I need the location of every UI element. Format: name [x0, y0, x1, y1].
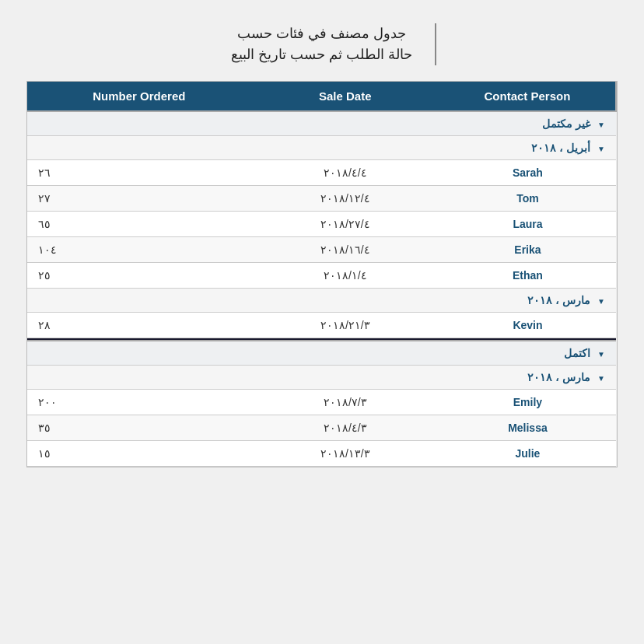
cell-contact-person: Tom: [439, 186, 616, 212]
sub-group-label: أبريل ، ٢٠١٨: [531, 142, 590, 154]
cell-sale-date: ٢٠١٨/٢٧/٤: [251, 212, 439, 237]
cell-number-ordered: ٣٥: [27, 415, 251, 440]
triangle-icon: ▼: [597, 297, 605, 306]
table-row: ٢٦ ٢٠١٨/٤/٤ Sarah: [27, 160, 616, 186]
table-row: ١٥ ٢٠١٨/١٣/٣ Julie: [27, 440, 616, 466]
sub-group-header-row: ▼ مارس ، ٢٠١٨: [27, 289, 616, 313]
triangle-icon: ▼: [597, 121, 605, 129]
cell-number-ordered: ١٥: [27, 440, 251, 466]
table-row: ٣٥ ٢٠١٨/٤/٣ Melissa: [27, 415, 616, 440]
cell-contact-person: Melissa: [439, 415, 616, 440]
cell-sale-date: ٢٠١٨/٢١/٣: [251, 313, 439, 338]
cell-number-ordered: ٢٠٠: [27, 389, 251, 415]
table-row: ٢٥ ٢٠١٨/١/٤ Ethan: [27, 263, 616, 289]
cell-contact-person: Sarah: [439, 160, 616, 186]
cell-sale-date: ٢٠١٨/٤/٣: [251, 415, 439, 440]
cell-number-ordered: ١٠٤: [27, 237, 251, 263]
cell-number-ordered: ٦٥: [27, 212, 251, 237]
annotation-line: [435, 23, 436, 65]
header-number-ordered: Number Ordered: [27, 82, 251, 111]
cell-sale-date: ٢٠١٨/١٢/٤: [251, 186, 439, 212]
triangle-icon: ▼: [597, 350, 605, 359]
group-label: غير مكتمل: [542, 117, 590, 130]
cell-contact-person: Ethan: [439, 263, 616, 289]
main-table-container: Number Ordered Sale Date Contact Person …: [26, 81, 618, 467]
table-row: ١٠٤ ٢٠١٨/١٦/٤ Erika: [27, 237, 616, 263]
group-label: اكتمل: [564, 347, 590, 359]
cell-contact-person: Laura: [439, 212, 616, 237]
cell-contact-person: Julie: [439, 440, 616, 466]
cell-contact-person: Kevin: [439, 313, 616, 338]
table-row: ٦٥ ٢٠١٨/٢٧/٤ Laura: [27, 212, 616, 237]
sub-group-label: مارس ، ٢٠١٨: [527, 294, 590, 306]
table-row: ٢٧ ٢٠١٨/١٢/٤ Tom: [27, 186, 616, 212]
triangle-icon: ▼: [597, 374, 605, 383]
table-row: ٢٨ ٢٠١٨/٢١/٣ Kevin: [27, 313, 616, 338]
cell-sale-date: ٢٠١٨/١٣/٣: [251, 440, 439, 466]
cell-number-ordered: ٢٧: [27, 186, 251, 212]
group-header-row: ▼ غير مكتمل: [27, 111, 616, 136]
group-header-row: ▼ اكتمل: [27, 341, 616, 366]
cell-contact-person: Emily: [439, 389, 616, 415]
page-title: جدول مصنف في فئات حسب حالة الطلب ثم حسب …: [231, 23, 412, 65]
sub-group-label: مارس ، ٢٠١٨: [527, 371, 590, 383]
cell-contact-person: Erika: [439, 237, 616, 263]
table-row: ٢٠٠ ٢٠١٨/٧/٣ Emily: [27, 389, 616, 415]
cell-sale-date: ٢٠١٨/٧/٣: [251, 389, 439, 415]
cell-number-ordered: ٢٨: [27, 313, 251, 338]
header-sale-date: Sale Date: [251, 82, 439, 111]
sub-group-header-row: ▼ مارس ، ٢٠١٨: [27, 365, 616, 389]
cell-sale-date: ٢٠١٨/١/٤: [251, 263, 439, 289]
sub-group-header-row: ▼ أبريل ، ٢٠١٨: [27, 136, 616, 160]
table-header-row: Number Ordered Sale Date Contact Person: [27, 82, 616, 111]
cell-sale-date: ٢٠١٨/٤/٤: [251, 160, 439, 186]
cell-number-ordered: ٢٥: [27, 263, 251, 289]
triangle-icon: ▼: [597, 145, 605, 153]
header-contact-person: Contact Person: [439, 82, 616, 111]
cell-sale-date: ٢٠١٨/١٦/٤: [251, 237, 439, 263]
cell-number-ordered: ٢٦: [27, 160, 251, 186]
data-table: Number Ordered Sale Date Contact Person …: [27, 82, 617, 467]
